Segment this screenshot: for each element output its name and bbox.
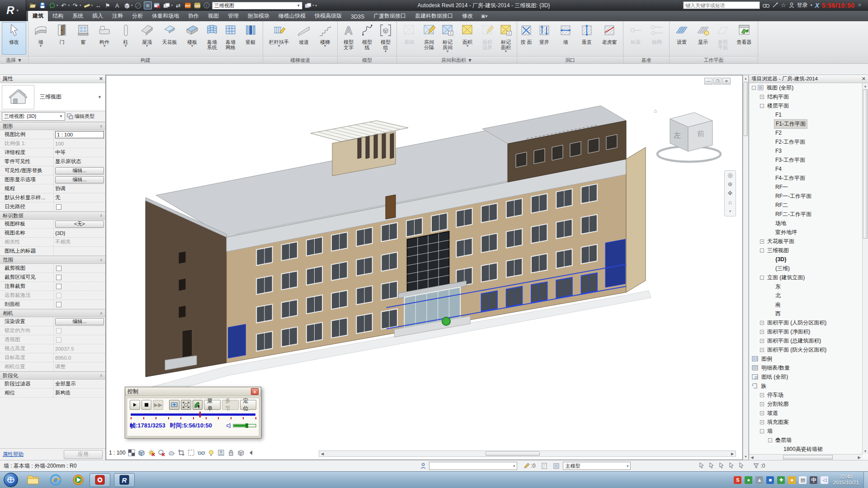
viewcube-front-face[interactable]: 前: [697, 130, 704, 137]
tree-item-F2[interactable]: F2: [749, 128, 862, 137]
timeline-position-marker[interactable]: [199, 412, 201, 418]
chevron-down-icon[interactable]: ▾: [68, 4, 70, 7]
scroll-right-icon[interactable]: ▶: [856, 455, 862, 460]
tree-item-西[interactable]: 西: [749, 309, 862, 318]
render-icon[interactable]: [168, 449, 175, 457]
close-icon[interactable]: ✕: [99, 76, 103, 82]
expand-icon[interactable]: +: [760, 330, 764, 334]
qat-overflow-icon[interactable]: ▼: [315, 4, 318, 7]
section-header-标识数据[interactable]: 标识数据∧: [0, 211, 105, 220]
collapse-arrow-icon[interactable]: [247, 449, 255, 457]
ribbon-button-墙[interactable]: 墙▼: [30, 22, 51, 55]
workset-selector[interactable]: ▾: [429, 462, 517, 470]
analysis-icon[interactable]: [237, 449, 245, 457]
text-icon[interactable]: A: [113, 1, 121, 9]
property-checkbox[interactable]: [56, 284, 61, 289]
tree-item-坡道[interactable]: +坡道: [749, 408, 862, 418]
playback-timeline[interactable]: [130, 413, 256, 420]
multi-section-button[interactable]: 多节: [222, 400, 239, 410]
crop-visible-icon[interactable]: [188, 449, 195, 457]
ribbon-button-查看器[interactable]: 查看器: [732, 22, 756, 55]
ribbon-button-按面[interactable]: 按 面: [519, 22, 533, 55]
property-checkbox[interactable]: [56, 204, 61, 210]
properties-help-link[interactable]: 属性帮助: [3, 451, 24, 458]
exchange-apps-icon[interactable]: X: [815, 2, 819, 9]
search-input[interactable]: [683, 1, 760, 9]
search-binoculars-icon[interactable]: [763, 2, 769, 8]
crop-view-icon[interactable]: [178, 449, 185, 457]
property-edit-button[interactable]: 编辑...: [55, 176, 104, 183]
section-header-相机[interactable]: 相机∧: [0, 309, 105, 317]
expand-icon[interactable]: +: [760, 402, 764, 406]
internet-explorer-icon[interactable]: e: [48, 473, 63, 487]
yellow-dot-icon[interactable]: ●: [788, 476, 796, 484]
close-icon[interactable]: ✕: [862, 76, 866, 82]
input-method-icon[interactable]: 中: [810, 476, 817, 484]
home-icon[interactable]: ⌂: [728, 199, 732, 206]
collapse-icon[interactable]: -: [760, 249, 764, 253]
play-button[interactable]: [130, 400, 140, 410]
editable-only-indicator[interactable]: :0: [524, 463, 535, 469]
tab-结构[interactable]: 结构: [48, 11, 68, 21]
property-edit-button[interactable]: 编辑...: [55, 318, 104, 325]
tree-item-1800高瓷砖墙裙[interactable]: 1800高瓷砖墙裙: [749, 445, 862, 454]
tree-item-叠层墙[interactable]: -叠层墙: [749, 436, 862, 445]
tree-item-北[interactable]: 北: [749, 291, 862, 300]
tree-item-填充图案[interactable]: +填充图案: [749, 418, 862, 427]
tree-item-F3-工作平面[interactable]: F3-工作平面: [749, 155, 862, 164]
monitor-size-toggle[interactable]: [169, 400, 179, 410]
sync-with-central-icon[interactable]: [48, 1, 56, 9]
viewcube-left-face[interactable]: 左: [674, 131, 681, 139]
canvas-horizontal-scrollbar[interactable]: ◀ ▶: [319, 450, 736, 457]
ribbon-button-栏杆扶手[interactable]: 栏杆扶手▼: [265, 22, 293, 55]
worksharing-display-icon[interactable]: [217, 449, 225, 457]
aligned-dimension-icon[interactable]: ↔: [94, 1, 102, 9]
ribbon-button-修改[interactable]: 修改: [2, 22, 26, 55]
tree-item-RF一-工作平面[interactable]: RF一-工作平面: [749, 192, 862, 201]
panel-label-房间和面积[interactable]: 房间和面积 ▼: [397, 56, 517, 63]
tree-item-场地[interactable]: 场地: [749, 219, 862, 228]
sogou-s-icon[interactable]: S: [734, 476, 741, 484]
ribbon-button-天花板[interactable]: 天花板: [158, 22, 181, 55]
tree-item-F3[interactable]: F3: [749, 146, 862, 155]
ribbon-button-标记房间[interactable]: 1标记 房间▼: [439, 22, 457, 55]
blue-app-icon[interactable]: ■: [766, 476, 774, 484]
expand-icon[interactable]: +: [760, 420, 764, 424]
tree-item-F2-工作平面[interactable]: F2-工作平面: [749, 137, 862, 146]
scroll-left-icon[interactable]: ◀: [749, 455, 755, 460]
close-icon[interactable]: x: [251, 388, 259, 395]
ribbon-button-幕墙系统[interactable]: 幕墙 系统: [203, 22, 221, 55]
property-input[interactable]: 1 : 100: [55, 131, 104, 138]
viewcube[interactable]: ⌂ 左 前: [649, 105, 726, 169]
minimize-icon[interactable]: —: [704, 78, 712, 84]
ribbon-button-窗[interactable]: 窗: [73, 22, 94, 55]
tab-橄榄山快模[interactable]: 橄榄山快模: [274, 11, 310, 21]
tree-item-RF二-工作平面[interactable]: RF二-工作平面: [749, 210, 862, 219]
tree-item-墙[interactable]: -墙: [749, 427, 862, 436]
expand-icon[interactable]: +: [760, 393, 764, 397]
open-file-icon[interactable]: [29, 1, 37, 9]
ribbon-button-柱[interactable]: 柱▼: [115, 22, 136, 55]
tab-修改[interactable]: 修改: [458, 11, 477, 21]
tree-item-面积平面 (防火分区面积)[interactable]: +面积平面 (防火分区面积): [749, 345, 862, 354]
tree-item-明细表/数量[interactable]: 明细表/数量: [749, 363, 862, 372]
chevron-down-icon[interactable]: ▾: [57, 4, 58, 7]
tab-插入[interactable]: 插入: [88, 11, 108, 21]
scroll-up-icon[interactable]: ▲: [743, 75, 748, 81]
tab-建筑[interactable]: 建筑: [28, 11, 48, 21]
constraints-icon[interactable]: [227, 449, 235, 457]
drag-element-icon[interactable]: [738, 462, 745, 470]
screen-recorder-taskbar-button[interactable]: [90, 473, 110, 487]
tree-item-(三维)[interactable]: (三维): [749, 264, 862, 273]
keytip-info-icon[interactable]: i: [203, 1, 211, 9]
filter-indicator[interactable]: :0: [753, 463, 765, 469]
explorer-icon[interactable]: [25, 473, 41, 487]
chevron-down-icon[interactable]: ▾: [811, 3, 812, 7]
tree-item-RF一[interactable]: RF一: [749, 183, 862, 192]
scrollbar-thumb[interactable]: [744, 82, 748, 136]
taskbar-clock[interactable]: 22:40 2015/10/21: [833, 474, 859, 486]
fast-forward-button[interactable]: ▶▶: [153, 400, 163, 410]
pan-icon[interactable]: ✥: [728, 190, 733, 197]
tab-注释[interactable]: 注释: [108, 11, 127, 21]
page-white-icon[interactable]: ▤: [799, 476, 807, 484]
